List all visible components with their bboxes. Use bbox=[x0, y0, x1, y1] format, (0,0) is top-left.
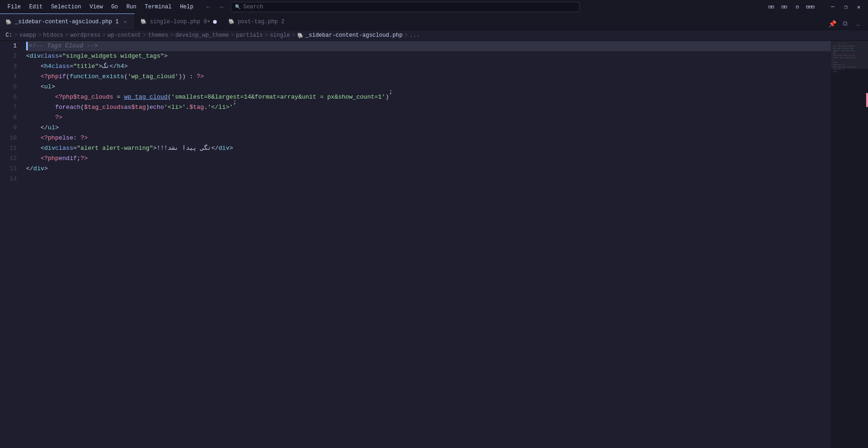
tab-sidebar-content[interactable]: 🐘 _sidebar-content-agscloud.php 1 ✕ bbox=[0, 13, 135, 30]
tab-php-icon-2: 🐘 bbox=[140, 19, 147, 25]
code-line-2: <div class="single_widgets widget_tags"> bbox=[26, 51, 831, 61]
tab-label-2: single-loop.php 9+ bbox=[150, 19, 210, 25]
menu-go[interactable]: Go bbox=[107, 3, 121, 11]
breadcrumb: C: > xampp > htdocs > wordpress > wp-con… bbox=[0, 30, 868, 41]
code-line-6: <?php $tag_clouds = wp_tag_cloud( 'small… bbox=[26, 92, 831, 102]
crumb-develop[interactable]: develop_wp_theme bbox=[175, 32, 229, 39]
tab-label-1: _sidebar-content-agscloud.php 1 bbox=[15, 19, 119, 25]
tab-post-tag[interactable]: 🐘 post-tag.php 2 bbox=[223, 13, 291, 30]
menu-edit[interactable]: Edit bbox=[26, 3, 47, 11]
window-controls: ⊟⊟ ⊟⊟ ⊟ ⊟⊟⊟ — ❐ ✕ bbox=[766, 2, 864, 12]
maximize-button[interactable]: ❐ bbox=[840, 2, 851, 12]
more-actions-button[interactable]: … bbox=[852, 18, 864, 30]
code-comment-1: <!-- Tags Cloud --> bbox=[29, 41, 98, 51]
crumb-wordpress[interactable]: wordpress bbox=[70, 32, 100, 39]
editor-container: 1 2 3 4 5 6 7 8 9 10 11 12 13 14 <!-- Ta… bbox=[0, 41, 868, 448]
crumb-xampp[interactable]: xampp bbox=[20, 32, 36, 39]
code-line-10: <?php else: ?> bbox=[26, 133, 831, 143]
crumb-partials[interactable]: partials bbox=[236, 32, 263, 39]
code-line-7: foreach ($tag_clouds as $tag) echo '<li>… bbox=[26, 102, 831, 113]
code-line-12: <?php endif;?> bbox=[26, 154, 831, 164]
line-num-12: 12 bbox=[0, 154, 17, 164]
line-num-4: 4 bbox=[0, 72, 17, 82]
minimize-button[interactable]: — bbox=[827, 2, 838, 12]
code-line-13: </div> bbox=[26, 164, 831, 174]
code-line-3: <h4 class="title">تگ</h4> bbox=[26, 61, 831, 72]
code-line-11: <div class="alert alert-warning">!!!تگی … bbox=[26, 143, 831, 154]
line-num-13: 13 bbox=[0, 164, 17, 174]
pin-button[interactable]: 📌 bbox=[826, 18, 838, 30]
crumb-filename[interactable]: _sidebar-content-agscloud.php bbox=[306, 32, 403, 39]
line-num-9: 9 bbox=[0, 123, 17, 133]
minimap-content: <!-- Tags Cloud --> <div class="single_w… bbox=[831, 41, 868, 75]
layout-btn-3[interactable]: ⊟ bbox=[792, 2, 803, 12]
code-line-9: </ul> bbox=[26, 123, 831, 133]
crumb-file-icon: 🐘 bbox=[297, 33, 304, 39]
tab-close-1[interactable]: ✕ bbox=[121, 18, 129, 26]
titlebar: File Edit Selection View Go Run Terminal… bbox=[0, 0, 868, 14]
code-line-1: <!-- Tags Cloud --> bbox=[26, 41, 831, 51]
code-line-5: <ul> bbox=[26, 82, 831, 92]
menu-terminal[interactable]: Terminal bbox=[141, 3, 175, 11]
crumb-htdocs[interactable]: htdocs bbox=[43, 32, 63, 39]
menu-view[interactable]: View bbox=[86, 3, 107, 11]
line-num-10: 10 bbox=[0, 133, 17, 143]
tab-modified-dot-2 bbox=[213, 20, 217, 24]
layout-btn-4[interactable]: ⊟⊟⊟ bbox=[805, 2, 816, 12]
search-label: Search bbox=[243, 4, 263, 10]
tabs-right-controls: 📌 ⧉ … bbox=[826, 18, 868, 30]
layout-btn-1[interactable]: ⊟⊟ bbox=[766, 2, 777, 12]
search-icon: 🔍 bbox=[235, 4, 240, 10]
crumb-ellipsis[interactable]: ... bbox=[410, 32, 420, 39]
line-num-6: 6 bbox=[0, 92, 17, 102]
menu-help[interactable]: Help bbox=[176, 3, 197, 11]
tabs-bar: 🐘 _sidebar-content-agscloud.php 1 ✕ 🐘 si… bbox=[0, 14, 868, 30]
tab-single-loop[interactable]: 🐘 single-loop.php 9+ bbox=[135, 13, 223, 30]
layout-btn-2[interactable]: ⊟⊟ bbox=[779, 2, 790, 12]
code-line-4: <?php if ( function_exists( 'wp_tag_clou… bbox=[26, 72, 831, 82]
line-num-3: 3 bbox=[0, 61, 17, 72]
error-indicator bbox=[866, 93, 868, 107]
line-num-2: 2 bbox=[0, 51, 17, 61]
code-line-14 bbox=[26, 174, 831, 184]
search-bar[interactable]: 🔍 Search bbox=[231, 2, 580, 12]
crumb-wp-content[interactable]: wp-content bbox=[107, 32, 141, 39]
line-num-5: 5 bbox=[0, 82, 17, 92]
crumb-themes[interactable]: themes bbox=[148, 32, 168, 39]
code-line-8: ?> bbox=[26, 113, 831, 123]
split-editor-button[interactable]: ⧉ bbox=[839, 18, 851, 30]
tab-php-icon-3: 🐘 bbox=[228, 19, 235, 25]
menu-file[interactable]: File bbox=[4, 3, 25, 11]
nav-back-button[interactable]: ← bbox=[203, 2, 214, 12]
nav-buttons: ← → bbox=[203, 2, 227, 12]
menu-run[interactable]: Run bbox=[123, 3, 140, 11]
menu-selection[interactable]: Selection bbox=[47, 3, 85, 11]
nav-forward-button[interactable]: → bbox=[216, 2, 227, 12]
line-num-8: 8 bbox=[0, 113, 17, 123]
tab-label-3: post-tag.php 2 bbox=[238, 19, 285, 25]
crumb-single[interactable]: single bbox=[270, 32, 290, 39]
line-num-11: 11 bbox=[0, 143, 17, 154]
minimap: <!-- Tags Cloud --> <div class="single_w… bbox=[831, 41, 868, 448]
crumb-c[interactable]: C: bbox=[6, 32, 12, 39]
line-numbers: 1 2 3 4 5 6 7 8 9 10 11 12 13 14 bbox=[0, 41, 22, 448]
close-button[interactable]: ✕ bbox=[853, 2, 864, 12]
line-num-1: 1 bbox=[0, 41, 17, 51]
code-editor[interactable]: <!-- Tags Cloud --> <div class="single_w… bbox=[22, 41, 831, 448]
line-num-7: 7 bbox=[0, 102, 17, 113]
tab-php-icon-1: 🐘 bbox=[6, 19, 12, 25]
menu-bar: File Edit Selection View Go Run Terminal… bbox=[4, 3, 197, 11]
line-num-14: 14 bbox=[0, 174, 17, 184]
